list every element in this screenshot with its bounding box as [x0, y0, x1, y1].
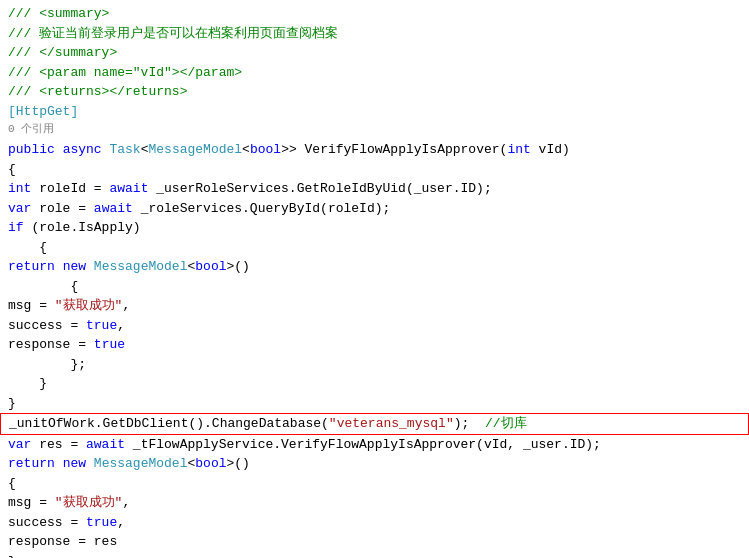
code-line: return new MessageModel<bool>()	[0, 454, 749, 474]
code-line: public async Task<MessageModel<bool>> Ve…	[0, 140, 749, 160]
code-line: /// <summary>	[0, 4, 749, 24]
code-line: };	[0, 355, 749, 375]
code-editor: /// <summary>/// 验证当前登录用户是否可以在档案利用页面查阅档案…	[0, 0, 749, 558]
code-line: msg = "获取成功",	[0, 493, 749, 513]
code-line: success = true,	[0, 513, 749, 533]
code-line: }	[0, 374, 749, 394]
code-line: /// </summary>	[0, 43, 749, 63]
code-line: msg = "获取成功",	[0, 296, 749, 316]
code-line: {	[0, 160, 749, 180]
code-line: /// <returns></returns>	[0, 82, 749, 102]
code-line: /// <param name="vId"></param>	[0, 63, 749, 83]
code-line: if (role.IsApply)	[0, 218, 749, 238]
highlighted-code-line: _unitOfWork.GetDbClient().ChangeDatabase…	[0, 413, 749, 435]
code-line: {	[0, 238, 749, 258]
code-line: response = res	[0, 532, 749, 552]
code-line: 0 个引用	[0, 121, 749, 140]
code-line: var res = await _tFlowApplyService.Verif…	[0, 435, 749, 455]
code-line: [HttpGet]	[0, 102, 749, 122]
code-line: }	[0, 394, 749, 414]
code-line: response = true	[0, 335, 749, 355]
code-line: {	[0, 474, 749, 494]
code-line: };	[0, 552, 749, 559]
code-line: var role = await _roleServices.QueryById…	[0, 199, 749, 219]
code-line: return new MessageModel<bool>()	[0, 257, 749, 277]
code-line: /// 验证当前登录用户是否可以在档案利用页面查阅档案	[0, 24, 749, 44]
code-line: int roleId = await _userRoleServices.Get…	[0, 179, 749, 199]
code-line: {	[0, 277, 749, 297]
code-line: success = true,	[0, 316, 749, 336]
